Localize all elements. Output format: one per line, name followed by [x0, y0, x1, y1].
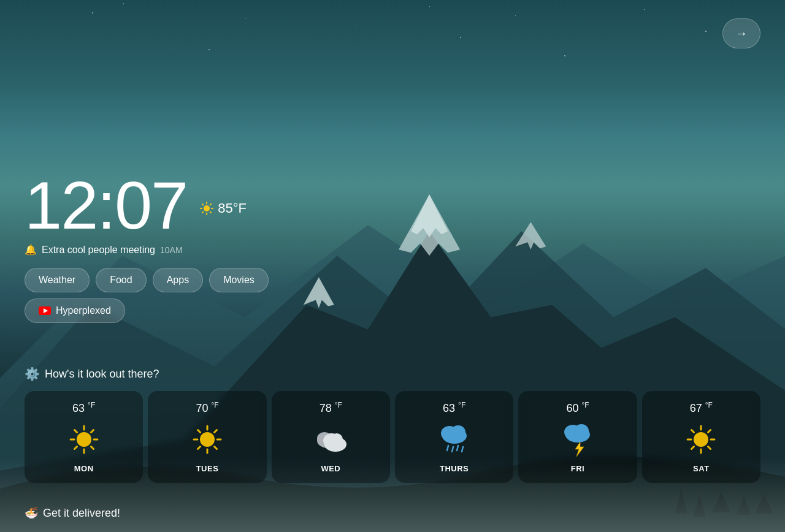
weather-section: ⚙️ How's it look out there? 63 °F	[25, 367, 760, 483]
svg-line-37	[457, 446, 458, 450]
svg-line-8	[210, 204, 211, 205]
svg-line-36	[452, 447, 453, 452]
hyperplexed-label: Hyperplexed	[56, 305, 111, 316]
svg-line-48	[708, 447, 711, 449]
svg-line-23	[197, 430, 200, 433]
weather-inline: 85°F	[199, 200, 247, 216]
mon-temp: 63 °F	[72, 401, 95, 415]
weather-section-title: ⚙️ How's it look out there?	[25, 367, 760, 381]
sat-label: SAT	[693, 464, 710, 473]
svg-line-38	[462, 447, 463, 452]
sat-icon	[681, 420, 721, 459]
youtube-icon	[39, 306, 51, 315]
food-title: 🍜 Get it delivered!	[25, 506, 120, 520]
hyperplexed-button[interactable]: Hyperplexed	[25, 298, 125, 323]
svg-point-34	[451, 425, 465, 439]
sun-icon-small	[199, 201, 214, 216]
signout-icon: →	[735, 26, 748, 40]
event-row: 🔔 Extra cool people meeting 10AM	[25, 244, 269, 256]
event-title: Extra cool people meeting	[42, 245, 155, 256]
fri-temp: 60 °F	[566, 401, 589, 415]
mon-label: MON	[74, 464, 94, 473]
event-time: 10AM	[160, 245, 183, 255]
weather-card-wed: 78 °F WED	[272, 391, 390, 483]
wed-label: WED	[321, 464, 340, 473]
svg-line-35	[447, 446, 448, 450]
weather-card-thurs: 63 °F THURS	[395, 391, 513, 483]
gear-icon: ⚙️	[25, 367, 40, 381]
svg-point-9	[77, 432, 91, 447]
svg-point-0	[204, 205, 210, 211]
sat-temp: 67 °F	[690, 401, 713, 415]
svg-point-42	[694, 432, 708, 447]
wed-temp: 78 °F	[320, 401, 342, 415]
signout-button[interactable]: →	[722, 18, 760, 48]
quick-buttons: Weather Food Apps Movies	[25, 268, 269, 292]
hyperplexed-row: Hyperplexed	[25, 298, 269, 323]
svg-line-50	[708, 430, 711, 433]
weather-card-mon: 63 °F MON	[25, 391, 143, 483]
svg-point-31	[331, 433, 343, 446]
svg-line-47	[692, 430, 694, 433]
svg-line-14	[74, 430, 77, 433]
tues-icon	[188, 420, 227, 459]
weather-button[interactable]: Weather	[25, 268, 90, 292]
svg-line-6	[210, 212, 211, 213]
tues-temp: 70 °F	[196, 401, 218, 415]
svg-point-18	[200, 432, 215, 447]
weather-card-sat: 67 °F SAT	[642, 391, 760, 483]
temperature-display: 85°F	[218, 200, 247, 216]
thurs-temp: 63 °F	[443, 401, 465, 415]
svg-line-49	[692, 447, 694, 449]
food-icon: 🍜	[25, 506, 38, 520]
apps-button[interactable]: Apps	[153, 268, 203, 292]
weather-card-fri: 60 °F FRI	[518, 391, 637, 483]
thurs-icon	[435, 420, 474, 459]
food-button[interactable]: Food	[96, 268, 146, 292]
food-section: 🍜 Get it delivered!	[25, 506, 120, 520]
weather-card-tues: 70 °F TUES	[148, 391, 266, 483]
svg-line-26	[214, 430, 216, 433]
tues-label: TUES	[196, 464, 219, 473]
svg-line-24	[214, 447, 216, 449]
svg-line-17	[91, 430, 93, 433]
weather-cards: 63 °F MON	[25, 391, 760, 483]
svg-line-25	[197, 447, 200, 449]
fri-icon	[558, 420, 597, 459]
mon-icon	[64, 420, 104, 459]
clock-display: 12:07	[25, 172, 187, 239]
clock-row: 12:07 85°F	[25, 172, 269, 239]
clock-section: 12:07 85°F 🔔	[25, 172, 269, 323]
svg-line-16	[74, 447, 77, 449]
svg-line-7	[202, 212, 203, 213]
fri-label: FRI	[571, 464, 584, 473]
svg-line-5	[202, 204, 203, 205]
bell-icon: 🔔	[25, 244, 37, 256]
movies-button[interactable]: Movies	[209, 268, 269, 292]
svg-line-15	[91, 447, 93, 449]
thurs-label: THURS	[440, 464, 469, 473]
svg-point-41	[574, 424, 589, 438]
wed-icon	[311, 420, 350, 459]
